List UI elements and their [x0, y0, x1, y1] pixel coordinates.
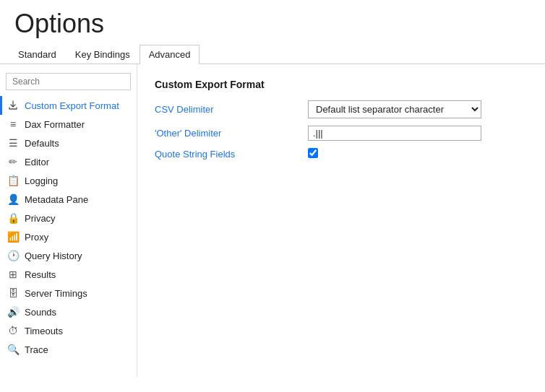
- setting-row-other-delimiter: 'Other' Delimiter: [155, 126, 528, 141]
- quote-string-fields-checkbox[interactable]: [308, 148, 318, 158]
- metadata-icon: 👤: [7, 193, 19, 205]
- sidebar-item-timeouts[interactable]: ⏱ Timeouts: [0, 321, 137, 340]
- quote-string-fields-control: [308, 148, 528, 160]
- defaults-icon: ☰: [7, 137, 19, 149]
- csv-delimiter-label: CSV Delimiter: [155, 104, 299, 115]
- sidebar-item-editor[interactable]: ✏ Editor: [0, 152, 137, 171]
- timeouts-icon: ⏱: [7, 325, 19, 336]
- tabs-bar: Standard Key Bindings Advanced: [0, 45, 545, 64]
- sidebar-item-label: Custom Export Format: [25, 100, 119, 111]
- tab-keybindings[interactable]: Key Bindings: [66, 45, 140, 64]
- sidebar-item-label: Dax Formatter: [25, 119, 85, 130]
- sidebar-item-custom-export-format[interactable]: Custom Export Format: [0, 96, 137, 115]
- sidebar-item-privacy[interactable]: 🔒 Privacy: [0, 209, 137, 227]
- sidebar-item-label: Proxy: [25, 232, 48, 243]
- sidebar-item-metadata-pane[interactable]: 👤 Metadata Pane: [0, 190, 137, 209]
- sounds-icon: 🔊: [7, 306, 19, 318]
- search-input[interactable]: [6, 73, 131, 90]
- sidebar-item-label: Logging: [25, 175, 58, 186]
- proxy-icon: 📶: [7, 231, 19, 243]
- other-delimiter-control: [308, 126, 528, 141]
- setting-row-csv-delimiter: CSV Delimiter Default list separator cha…: [155, 100, 528, 118]
- editor-icon: ✏: [7, 156, 19, 167]
- results-icon: ⊞: [7, 269, 19, 280]
- other-delimiter-label: 'Other' Delimiter: [155, 128, 299, 139]
- setting-row-quote-string-fields: Quote String Fields: [155, 148, 528, 160]
- sidebar-item-logging[interactable]: 📋 Logging: [0, 171, 137, 190]
- sidebar-item-label: Trace: [25, 344, 48, 355]
- sidebar-item-label: Privacy: [25, 213, 56, 224]
- history-icon: 🕐: [7, 250, 19, 261]
- sidebar-item-label: Query History: [25, 251, 82, 261]
- sidebar-item-label: Metadata Pane: [25, 194, 88, 205]
- section-title: Custom Export Format: [155, 79, 528, 90]
- content-area: Custom Export Format ≡ Dax Formatter ☰ D…: [0, 64, 545, 377]
- sidebar-item-results[interactable]: ⊞ Results: [0, 265, 137, 284]
- sidebar-item-query-history[interactable]: 🕐 Query History: [0, 246, 137, 265]
- trace-icon: 🔍: [7, 344, 19, 355]
- quote-string-fields-label: Quote String Fields: [155, 149, 299, 160]
- privacy-icon: 🔒: [7, 212, 19, 224]
- sidebar: Custom Export Format ≡ Dax Formatter ☰ D…: [0, 64, 137, 377]
- sidebar-item-dax-formatter[interactable]: ≡ Dax Formatter: [0, 115, 137, 134]
- sidebar-item-label: Server Timings: [25, 288, 87, 299]
- logging-icon: 📋: [7, 175, 19, 186]
- sidebar-item-trace[interactable]: 🔍 Trace: [0, 340, 137, 359]
- sidebar-item-label: Defaults: [25, 138, 59, 149]
- sidebar-item-proxy[interactable]: 📶 Proxy: [0, 227, 137, 246]
- csv-delimiter-select[interactable]: Default list separator character Comma S…: [308, 100, 481, 118]
- tab-advanced[interactable]: Advanced: [140, 45, 200, 64]
- server-icon: 🗄: [7, 287, 19, 299]
- csv-delimiter-control: Default list separator character Comma S…: [308, 100, 528, 118]
- export-icon: [7, 100, 19, 111]
- page-title: Options: [0, 0, 545, 45]
- sidebar-item-defaults[interactable]: ☰ Defaults: [0, 134, 137, 152]
- tab-standard[interactable]: Standard: [9, 45, 66, 64]
- main-content: Custom Export Format CSV Delimiter Defau…: [137, 64, 545, 377]
- sidebar-item-label: Editor: [25, 157, 49, 167]
- sidebar-item-label: Results: [25, 269, 56, 280]
- other-delimiter-input[interactable]: [308, 126, 481, 141]
- sidebar-item-label: Sounds: [25, 307, 56, 318]
- sidebar-item-sounds[interactable]: 🔊 Sounds: [0, 302, 137, 321]
- sidebar-item-server-timings[interactable]: 🗄 Server Timings: [0, 284, 137, 302]
- formatter-icon: ≡: [7, 118, 19, 130]
- sidebar-item-label: Timeouts: [25, 326, 63, 336]
